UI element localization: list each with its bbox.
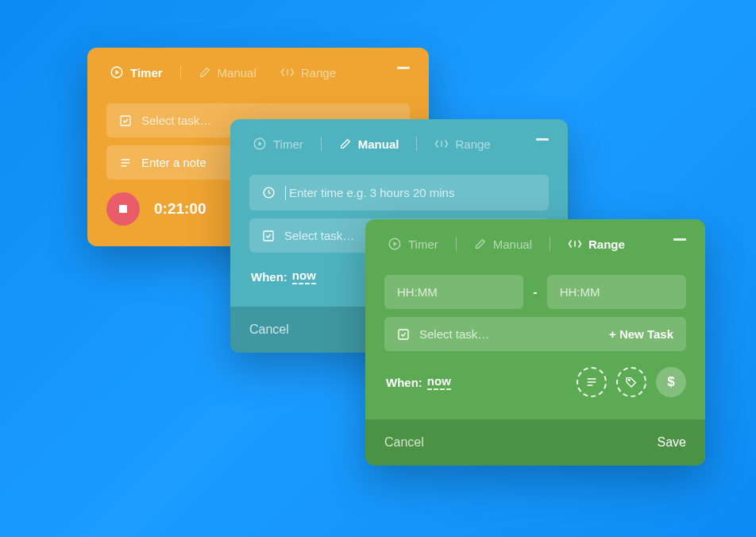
tab-range-label: Range bbox=[455, 137, 490, 151]
time-input-field[interactable]: Enter time e.g. 3 hours 20 mins bbox=[249, 175, 549, 211]
select-task-field[interactable]: Select task… + New Task bbox=[384, 317, 686, 351]
checklist-icon bbox=[397, 328, 410, 341]
range-card: Timer Manual Range HH:MM - HH:MM bbox=[365, 219, 705, 466]
range-end-placeholder: HH:MM bbox=[560, 285, 600, 299]
tab-separator bbox=[456, 237, 457, 251]
tab-manual[interactable]: Manual bbox=[336, 137, 403, 151]
tab-range[interactable]: Range bbox=[565, 238, 628, 251]
stop-icon bbox=[119, 205, 127, 213]
tab-separator bbox=[180, 65, 181, 79]
tabs-row: Timer Manual Range bbox=[230, 119, 568, 160]
play-circle-icon bbox=[110, 65, 124, 79]
edit-icon bbox=[474, 238, 487, 250]
tab-timer[interactable]: Timer bbox=[106, 65, 166, 79]
elapsed-time: 0:21:00 bbox=[154, 200, 206, 218]
tabs-row: Timer Manual Range bbox=[87, 48, 429, 89]
svg-rect-4 bbox=[264, 231, 273, 241]
new-task-button[interactable]: + New Task bbox=[609, 327, 673, 341]
note-lines-icon bbox=[119, 156, 132, 169]
when-label: When: bbox=[386, 376, 422, 389]
checklist-icon bbox=[119, 114, 132, 127]
range-separator: - bbox=[531, 285, 538, 299]
cancel-button[interactable]: Cancel bbox=[249, 323, 289, 337]
tabs-row: Timer Manual Range bbox=[365, 219, 705, 261]
svg-rect-6 bbox=[399, 330, 408, 339]
minimize-button[interactable] bbox=[673, 238, 686, 241]
play-circle-icon bbox=[388, 237, 402, 251]
save-button[interactable]: Save bbox=[658, 435, 686, 450]
svg-point-7 bbox=[628, 379, 630, 381]
tab-manual[interactable]: Manual bbox=[195, 66, 260, 79]
dollar-icon: $ bbox=[667, 374, 674, 390]
minimize-button[interactable] bbox=[397, 67, 410, 69]
note-action-button[interactable] bbox=[577, 367, 607, 397]
tab-timer-label: Timer bbox=[130, 66, 163, 79]
tab-timer[interactable]: Timer bbox=[384, 237, 442, 251]
minimize-button[interactable] bbox=[536, 138, 549, 141]
range-icon bbox=[280, 67, 295, 78]
tag-action-button[interactable] bbox=[616, 367, 646, 397]
when-label: When: bbox=[251, 270, 287, 284]
tab-timer-label: Timer bbox=[273, 137, 303, 151]
time-input-placeholder: Enter time e.g. 3 hours 20 mins bbox=[289, 186, 454, 199]
green-body: HH:MM - HH:MM Select task… + New Task Wh… bbox=[365, 261, 705, 419]
note-value: Enter a note bbox=[141, 156, 206, 169]
range-icon bbox=[568, 238, 582, 249]
cancel-button[interactable]: Cancel bbox=[384, 435, 424, 450]
tab-manual-label: Manual bbox=[358, 137, 399, 151]
note-lines-icon bbox=[585, 376, 598, 388]
when-value[interactable]: now bbox=[292, 268, 316, 284]
checklist-icon bbox=[262, 230, 275, 242]
tag-icon bbox=[625, 376, 638, 388]
edit-icon bbox=[199, 66, 211, 79]
clock-icon bbox=[262, 186, 276, 199]
tab-timer-label: Timer bbox=[408, 238, 438, 251]
tab-range-label: Range bbox=[301, 66, 336, 79]
footer: Cancel Save bbox=[365, 419, 705, 466]
time-input-caret bbox=[285, 185, 287, 200]
tab-manual-label: Manual bbox=[218, 66, 256, 79]
tab-separator bbox=[416, 137, 417, 151]
when-row: When: now $ bbox=[384, 351, 686, 402]
tab-manual-label: Manual bbox=[493, 238, 532, 251]
range-start-placeholder: HH:MM bbox=[397, 285, 438, 299]
svg-rect-1 bbox=[121, 116, 130, 126]
range-icon bbox=[434, 138, 449, 149]
tab-range[interactable]: Range bbox=[277, 66, 339, 79]
tab-manual[interactable]: Manual bbox=[471, 238, 535, 251]
action-icons: $ bbox=[577, 367, 686, 397]
time-range-row: HH:MM - HH:MM bbox=[384, 275, 686, 309]
select-task-placeholder: Select task… bbox=[141, 114, 211, 127]
tab-separator bbox=[550, 237, 550, 251]
tab-separator bbox=[321, 137, 322, 151]
edit-icon bbox=[339, 137, 352, 150]
play-circle-icon bbox=[253, 137, 267, 151]
range-start-field[interactable]: HH:MM bbox=[384, 275, 523, 309]
select-task-placeholder: Select task… bbox=[419, 327, 489, 341]
tab-range-label: Range bbox=[588, 238, 625, 251]
billable-action-button[interactable]: $ bbox=[656, 367, 686, 397]
tab-timer[interactable]: Timer bbox=[249, 137, 307, 151]
tab-range[interactable]: Range bbox=[431, 137, 493, 151]
range-end-field[interactable]: HH:MM bbox=[547, 275, 686, 309]
stop-button[interactable] bbox=[106, 192, 140, 226]
when-value[interactable]: now bbox=[427, 374, 451, 390]
select-task-placeholder: Select task… bbox=[284, 229, 354, 242]
